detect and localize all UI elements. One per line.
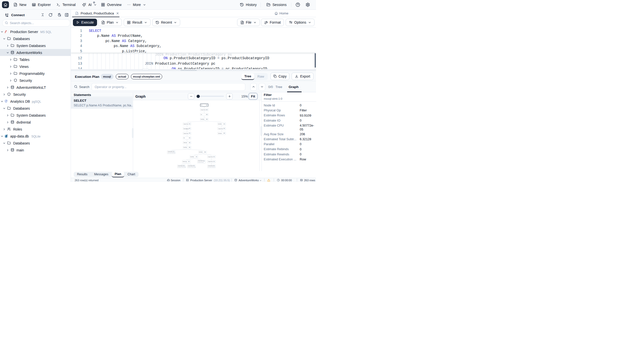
svg-text:Compute Scalar: Compute Scalar: [208, 156, 213, 158]
svg-text:Hash Match: Hash Match: [218, 124, 222, 124]
svg-text:Sort: Sort: [201, 114, 202, 115]
svg-text:34%: 34%: [223, 128, 225, 129]
svg-text:Compute Scalar: Compute Scalar: [208, 161, 213, 162]
svg-text:Sales.SalesOrderHeader: Sales.SalesOrderHeader: [168, 152, 175, 154]
svg-text:Hash Match: Hash Match: [201, 119, 204, 120]
svg-text:57%: 57%: [213, 156, 215, 158]
svg-text:Table Spool: Table Spool: [218, 133, 222, 134]
svg-text:79%: 79%: [189, 124, 190, 124]
svg-text:21%: 21%: [223, 124, 225, 124]
svg-text:Hash Match: Hash Match: [190, 156, 194, 158]
svg-text:27%: 27%: [183, 165, 185, 166]
svg-text:34%: 34%: [223, 133, 225, 134]
svg-text:Table Spool: Table Spool: [184, 142, 187, 143]
svg-text:Hash Match: Hash Match: [199, 152, 203, 153]
svg-text:Sort: Sort: [184, 138, 185, 138]
svg-text:Compute Scalar: Compute Scalar: [201, 110, 205, 110]
svg-text:88%: 88%: [189, 147, 190, 148]
svg-text:Stream Aggregate: Stream Aggregate: [184, 128, 189, 129]
svg-text:Nested Loops: Nested Loops: [183, 161, 187, 162]
svg-text:27%: 27%: [193, 165, 195, 166]
svg-text:Production.ProductSubcat...: Production.ProductSubcat...: [178, 166, 186, 168]
svg-text:79%: 79%: [189, 133, 190, 134]
svg-text:100%: 100%: [206, 119, 208, 120]
svg-text:Production.Product: Production.Product: [198, 162, 204, 163]
svg-text:100%: 100%: [206, 105, 208, 106]
svg-text:57%: 57%: [213, 165, 215, 166]
svg-text:Compute Scalar: Compute Scalar: [184, 124, 188, 124]
svg-text:88%: 88%: [204, 152, 206, 153]
svg-text:79%: 79%: [189, 138, 190, 138]
svg-text:27%: 27%: [203, 160, 205, 162]
svg-text:27%: 27%: [196, 156, 197, 158]
svg-text:100%: 100%: [206, 110, 208, 110]
svg-text:29%: 29%: [189, 142, 190, 143]
svg-text:79%: 79%: [189, 128, 190, 129]
svg-text:Sales.SalesOrderDetail: Sales.SalesOrderDetail: [208, 166, 215, 168]
svg-text:Production.ProductCateg...: Production.ProductCateg...: [188, 166, 196, 168]
svg-text:Hash Match: Hash Match: [184, 147, 187, 148]
svg-text:27%: 27%: [188, 161, 190, 162]
svg-text:Filter: Filter: [201, 105, 202, 106]
svg-text:100%: 100%: [206, 114, 208, 115]
svg-text:Compute Scalar: Compute Scalar: [218, 128, 223, 129]
svg-text:57%: 57%: [213, 161, 215, 162]
svg-text:Compute Scalar: Compute Scalar: [184, 133, 188, 134]
